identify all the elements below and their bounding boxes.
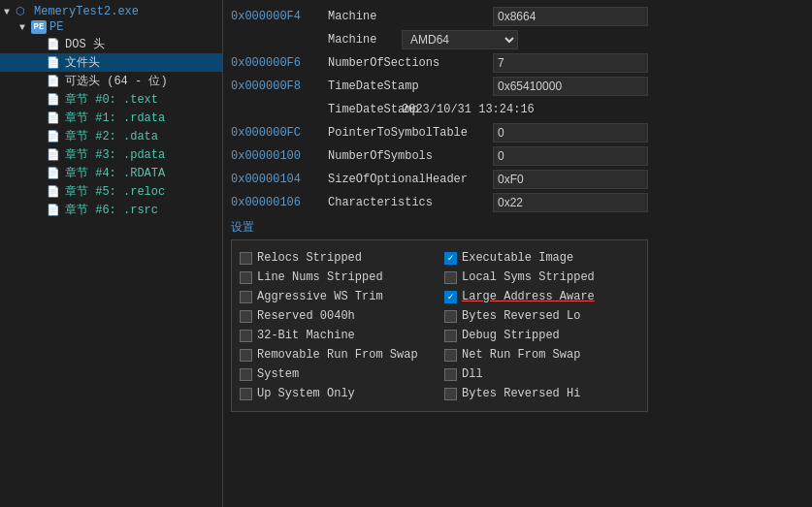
field-name: NumberOfSymbols bbox=[328, 149, 493, 163]
checkbox-row-bytes_reversed_lo[interactable]: Bytes Reversed Lo bbox=[444, 306, 639, 326]
field-name: Characteristics bbox=[328, 196, 493, 209]
doc-icon: 📄 bbox=[47, 38, 62, 51]
checkbox-label-reserved_0040h: Reserved 0040h bbox=[257, 309, 355, 323]
tree-item-sec5[interactable]: 📄章节 #5: .reloc bbox=[0, 182, 222, 201]
checkbox-aggressive_ws_trim[interactable] bbox=[240, 291, 252, 303]
field-name: TimeDateStamp bbox=[231, 103, 396, 116]
checkbox-row-net_run_from_swap[interactable]: Net Run From Swap bbox=[444, 345, 639, 364]
field-name: SizeOfOptionalHeader bbox=[328, 173, 493, 186]
field-row-7: 0x00000104SizeOfOptionalHeader bbox=[231, 169, 804, 190]
checkbox-large_address_aware[interactable]: ✓ bbox=[444, 291, 457, 303]
exe-icon: ⬡ bbox=[16, 5, 31, 18]
field-name: PointerToSymbolTable bbox=[328, 126, 493, 140]
checkbox-debug_stripped[interactable] bbox=[444, 330, 457, 342]
checkbox-row-system[interactable]: System bbox=[240, 364, 435, 384]
tree-item-pe[interactable]: PEPE bbox=[0, 19, 222, 35]
field-offset: 0x000000F6 bbox=[231, 56, 328, 70]
checkbox-label-system: System bbox=[257, 367, 299, 381]
field-name: Machine bbox=[328, 10, 493, 23]
tree-label-sec2: 章节 #2: .data bbox=[65, 128, 158, 144]
tree-item-sec0[interactable]: 📄章节 #0: .text bbox=[0, 90, 222, 109]
tree-item-root[interactable]: ⬡MemeryTest2.exe bbox=[0, 4, 222, 19]
file-tree: ⬡MemeryTest2.exePEPE📄DOS 头📄文件头📄可选头 (64 -… bbox=[0, 0, 223, 507]
tree-item-wenjiantou[interactable]: 📄文件头 bbox=[0, 53, 222, 72]
field-value-input[interactable] bbox=[493, 193, 648, 212]
checkbox-label-debug_stripped: Debug Stripped bbox=[462, 329, 560, 342]
checkbox-label-removable_run_from_swap: Removable Run From Swap bbox=[257, 348, 418, 362]
settings-left-col: Relocs StrippedLine Nums StrippedAggress… bbox=[240, 248, 435, 403]
tree-item-sec1[interactable]: 📄章节 #1: .rdata bbox=[0, 109, 222, 127]
settings-popup: Relocs StrippedLine Nums StrippedAggress… bbox=[231, 239, 648, 412]
checkbox-row-large_address_aware[interactable]: ✓Large Address Aware bbox=[444, 287, 639, 306]
checkbox-label-net_run_from_swap: Net Run From Swap bbox=[462, 348, 580, 362]
checkbox-line_nums_stripped[interactable] bbox=[240, 271, 252, 284]
field-row-5: 0x000000FCPointerToSymbolTable bbox=[231, 122, 804, 143]
checkbox-row-up_system_only[interactable]: Up System Only bbox=[240, 384, 435, 403]
section-icon: 📄 bbox=[47, 148, 62, 162]
checkbox-row-removable_run_from_swap[interactable]: Removable Run From Swap bbox=[240, 345, 435, 364]
tree-label-sec1: 章节 #1: .rdata bbox=[65, 110, 165, 126]
tree-item-sec2[interactable]: 📄章节 #2: .data bbox=[0, 127, 222, 145]
section-icon: 📄 bbox=[47, 93, 62, 107]
checkbox-row-32bit_machine[interactable]: 32-Bit Machine bbox=[240, 326, 435, 345]
checkbox-bytes_reversed_lo[interactable] bbox=[444, 310, 457, 323]
tree-label-root: MemeryTest2.exe bbox=[34, 5, 139, 18]
checkbox-row-reserved_0040h[interactable]: Reserved 0040h bbox=[240, 306, 435, 326]
field-offset: 0x00000104 bbox=[231, 173, 328, 186]
checkbox-row-debug_stripped[interactable]: Debug Stripped bbox=[444, 326, 639, 345]
arrow-icon-pe bbox=[19, 22, 31, 33]
checkbox-label-executable_image: Executable Image bbox=[462, 251, 573, 265]
checkbox-32bit_machine[interactable] bbox=[240, 330, 252, 342]
checkbox-row-line_nums_stripped[interactable]: Line Nums Stripped bbox=[240, 268, 435, 287]
checkbox-label-line_nums_stripped: Line Nums Stripped bbox=[257, 270, 383, 284]
checkbox-label-local_syms_stripped: Local Syms Stripped bbox=[462, 270, 595, 284]
checkbox-up_system_only[interactable] bbox=[240, 388, 252, 400]
tree-label-pe: PE bbox=[49, 20, 63, 34]
checkbox-net_run_from_swap[interactable] bbox=[444, 349, 457, 362]
tree-label-wenjiantou: 文件头 bbox=[65, 54, 100, 71]
doc-icon: 📄 bbox=[47, 75, 62, 88]
section-icon: 📄 bbox=[47, 185, 62, 199]
section-icon: 📄 bbox=[47, 111, 62, 125]
checkbox-dll[interactable] bbox=[444, 368, 457, 381]
field-value-input[interactable] bbox=[493, 146, 648, 166]
tree-item-sec3[interactable]: 📄章节 #3: .pdata bbox=[0, 145, 222, 164]
tree-label-sec5: 章节 #5: .reloc bbox=[65, 183, 165, 200]
field-value-input[interactable] bbox=[493, 53, 648, 73]
field-name: Machine bbox=[231, 33, 396, 47]
field-value-input[interactable] bbox=[493, 7, 648, 26]
field-offset: 0x00000106 bbox=[231, 196, 328, 209]
checkbox-removable_run_from_swap[interactable] bbox=[240, 349, 252, 362]
field-value-input[interactable] bbox=[493, 170, 648, 189]
field-offset: 0x000000FC bbox=[231, 126, 328, 140]
tree-label-sec4: 章节 #4: .RDATA bbox=[65, 165, 165, 181]
tree-item-dos[interactable]: 📄DOS 头 bbox=[0, 35, 222, 53]
pe-icon: PE bbox=[31, 20, 47, 34]
field-name: TimeDateStamp bbox=[328, 79, 493, 93]
field-value-input[interactable] bbox=[493, 77, 648, 96]
checkbox-row-local_syms_stripped[interactable]: Local Syms Stripped bbox=[444, 268, 639, 287]
checkbox-local_syms_stripped[interactable] bbox=[444, 271, 457, 284]
tree-label-sec0: 章节 #0: .text bbox=[65, 91, 158, 108]
section-icon: 📄 bbox=[47, 204, 62, 217]
checkbox-reserved_0040h[interactable] bbox=[240, 310, 252, 323]
checkbox-row-aggressive_ws_trim[interactable]: Aggressive WS Trim bbox=[240, 287, 435, 306]
checkbox-bytes_reversed_hi[interactable] bbox=[444, 388, 457, 400]
checkbox-relocs_stripped[interactable] bbox=[240, 252, 252, 265]
machine-select[interactable]: AMD64 bbox=[402, 30, 518, 49]
checkbox-label-up_system_only: Up System Only bbox=[257, 387, 355, 400]
field-value-input[interactable] bbox=[493, 123, 648, 143]
checkbox-executable_image[interactable]: ✓ bbox=[444, 252, 457, 265]
checkbox-system[interactable] bbox=[240, 368, 252, 381]
field-row-6: 0x00000100NumberOfSymbols bbox=[231, 145, 804, 167]
field-row-2: 0x000000F6NumberOfSections bbox=[231, 52, 804, 74]
checkbox-row-executable_image[interactable]: ✓Executable Image bbox=[444, 248, 639, 268]
arrow-icon-root bbox=[4, 7, 16, 17]
checkbox-row-relocs_stripped[interactable]: Relocs Stripped bbox=[240, 248, 435, 268]
details-panel: 0x000000F4MachineMachineAMD640x000000F6N… bbox=[223, 0, 812, 507]
tree-item-sec6[interactable]: 📄章节 #6: .rsrc bbox=[0, 201, 222, 219]
checkbox-row-dll[interactable]: Dll bbox=[444, 364, 639, 384]
tree-item-sec4[interactable]: 📄章节 #4: .RDATA bbox=[0, 164, 222, 182]
checkbox-row-bytes_reversed_hi[interactable]: Bytes Reversed Hi bbox=[444, 384, 639, 403]
tree-item-optional[interactable]: 📄可选头 (64 - 位) bbox=[0, 72, 222, 90]
